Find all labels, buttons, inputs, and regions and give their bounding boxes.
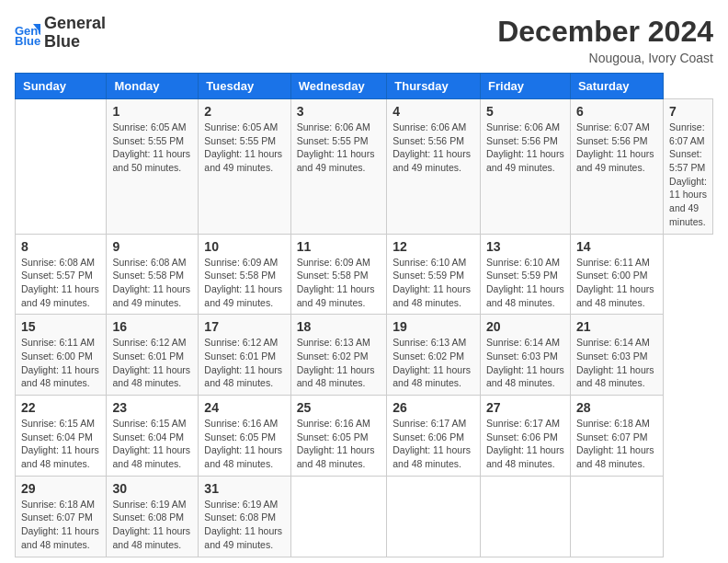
day-number: 22 <box>21 400 100 415</box>
logo-text-line2: Blue <box>44 33 106 52</box>
day-info: Sunrise: 6:16 AM Sunset: 6:05 PM Dayligh… <box>297 417 381 471</box>
header-day-sunday: Sunday <box>16 74 107 99</box>
calendar-cell: 10Sunrise: 6:09 AM Sunset: 5:58 PM Dayli… <box>199 234 290 315</box>
day-number: 30 <box>112 481 192 496</box>
calendar-subtitle: Nougoua, Ivory Coast <box>497 51 713 65</box>
calendar-cell: 3Sunrise: 6:06 AM Sunset: 5:55 PM Daylig… <box>290 99 386 235</box>
calendar-title: December 2024 <box>497 15 713 49</box>
day-info: Sunrise: 6:06 AM Sunset: 5:55 PM Dayligh… <box>297 121 381 175</box>
day-info: Sunrise: 6:09 AM Sunset: 5:58 PM Dayligh… <box>297 256 381 310</box>
day-info: Sunrise: 6:14 AM Sunset: 6:03 PM Dayligh… <box>576 336 657 390</box>
week-row-3: 22Sunrise: 6:15 AM Sunset: 6:04 PM Dayli… <box>16 396 713 477</box>
calendar-cell: 6Sunrise: 6:07 AM Sunset: 5:56 PM Daylig… <box>570 99 663 235</box>
day-info: Sunrise: 6:19 AM Sunset: 6:08 PM Dayligh… <box>112 498 192 552</box>
calendar-cell: 21Sunrise: 6:14 AM Sunset: 6:03 PM Dayli… <box>570 315 663 396</box>
calendar-cell <box>481 476 571 557</box>
day-info: Sunrise: 6:10 AM Sunset: 5:59 PM Dayligh… <box>392 256 474 310</box>
day-info: Sunrise: 6:18 AM Sunset: 6:07 PM Dayligh… <box>576 417 657 471</box>
day-number: 21 <box>576 319 657 334</box>
week-row-2: 15Sunrise: 6:11 AM Sunset: 6:00 PM Dayli… <box>16 315 713 396</box>
calendar-cell: 31Sunrise: 6:19 AM Sunset: 6:08 PM Dayli… <box>199 476 290 557</box>
calendar-cell: 22Sunrise: 6:15 AM Sunset: 6:04 PM Dayli… <box>16 396 107 477</box>
day-number: 5 <box>486 104 564 119</box>
week-row-1: 8Sunrise: 6:08 AM Sunset: 5:57 PM Daylig… <box>16 234 713 315</box>
svg-text:Blue: Blue <box>15 34 40 46</box>
header-day-thursday: Thursday <box>387 74 481 99</box>
day-number: 9 <box>112 239 192 254</box>
day-info: Sunrise: 6:17 AM Sunset: 6:06 PM Dayligh… <box>392 417 474 471</box>
day-info: Sunrise: 6:11 AM Sunset: 6:00 PM Dayligh… <box>576 256 657 310</box>
calendar-cell: 24Sunrise: 6:16 AM Sunset: 6:05 PM Dayli… <box>199 396 290 477</box>
calendar-cell: 25Sunrise: 6:16 AM Sunset: 6:05 PM Dayli… <box>290 396 386 477</box>
day-info: Sunrise: 6:07 AM Sunset: 5:57 PM Dayligh… <box>669 121 707 229</box>
day-number: 7 <box>669 104 707 119</box>
empty-cell <box>16 99 107 235</box>
day-info: Sunrise: 6:08 AM Sunset: 5:57 PM Dayligh… <box>21 256 100 310</box>
day-number: 26 <box>392 400 474 415</box>
calendar-header: SundayMondayTuesdayWednesdayThursdayFrid… <box>16 74 713 99</box>
day-info: Sunrise: 6:15 AM Sunset: 6:04 PM Dayligh… <box>21 417 100 471</box>
day-info: Sunrise: 6:17 AM Sunset: 6:06 PM Dayligh… <box>486 417 564 471</box>
day-info: Sunrise: 6:06 AM Sunset: 5:56 PM Dayligh… <box>486 121 564 175</box>
header-row: SundayMondayTuesdayWednesdayThursdayFrid… <box>16 74 713 99</box>
day-number: 11 <box>297 239 381 254</box>
logo: General Blue General Blue <box>15 15 106 52</box>
calendar-cell <box>387 476 481 557</box>
calendar-cell: 16Sunrise: 6:12 AM Sunset: 6:01 PM Dayli… <box>107 315 199 396</box>
logo-icon: General Blue <box>15 20 40 46</box>
day-info: Sunrise: 6:06 AM Sunset: 5:56 PM Dayligh… <box>392 121 474 175</box>
header-day-tuesday: Tuesday <box>199 74 290 99</box>
day-info: Sunrise: 6:09 AM Sunset: 5:58 PM Dayligh… <box>204 256 284 310</box>
day-number: 14 <box>576 239 657 254</box>
header-day-wednesday: Wednesday <box>290 74 386 99</box>
day-number: 17 <box>204 319 284 334</box>
day-number: 3 <box>297 104 381 119</box>
calendar-cell: 29Sunrise: 6:18 AM Sunset: 6:07 PM Dayli… <box>16 476 107 557</box>
day-number: 2 <box>204 104 284 119</box>
day-number: 27 <box>486 400 564 415</box>
calendar-cell: 8Sunrise: 6:08 AM Sunset: 5:57 PM Daylig… <box>16 234 107 315</box>
day-info: Sunrise: 6:13 AM Sunset: 6:02 PM Dayligh… <box>297 336 381 390</box>
week-row-0: 1Sunrise: 6:05 AM Sunset: 5:55 PM Daylig… <box>16 99 713 235</box>
day-info: Sunrise: 6:11 AM Sunset: 6:00 PM Dayligh… <box>21 336 100 390</box>
calendar-cell: 12Sunrise: 6:10 AM Sunset: 5:59 PM Dayli… <box>387 234 481 315</box>
calendar-cell: 7Sunrise: 6:07 AM Sunset: 5:57 PM Daylig… <box>664 99 713 235</box>
day-info: Sunrise: 6:08 AM Sunset: 5:58 PM Dayligh… <box>112 256 192 310</box>
calendar-cell: 15Sunrise: 6:11 AM Sunset: 6:00 PM Dayli… <box>16 315 107 396</box>
day-info: Sunrise: 6:05 AM Sunset: 5:55 PM Dayligh… <box>112 121 192 175</box>
header-day-friday: Friday <box>481 74 571 99</box>
calendar-cell: 4Sunrise: 6:06 AM Sunset: 5:56 PM Daylig… <box>387 99 481 235</box>
title-area: December 2024 Nougoua, Ivory Coast <box>497 15 713 65</box>
calendar-cell <box>290 476 386 557</box>
day-info: Sunrise: 6:19 AM Sunset: 6:08 PM Dayligh… <box>204 498 284 552</box>
header-day-monday: Monday <box>107 74 199 99</box>
calendar-cell: 1Sunrise: 6:05 AM Sunset: 5:55 PM Daylig… <box>107 99 199 235</box>
calendar-cell: 18Sunrise: 6:13 AM Sunset: 6:02 PM Dayli… <box>290 315 386 396</box>
logo-text-line1: General <box>44 15 106 33</box>
day-info: Sunrise: 6:13 AM Sunset: 6:02 PM Dayligh… <box>392 336 474 390</box>
week-row-4: 29Sunrise: 6:18 AM Sunset: 6:07 PM Dayli… <box>16 476 713 557</box>
day-number: 13 <box>486 239 564 254</box>
day-number: 1 <box>112 104 192 119</box>
calendar-table: SundayMondayTuesdayWednesdayThursdayFrid… <box>15 73 713 557</box>
calendar-cell: 9Sunrise: 6:08 AM Sunset: 5:58 PM Daylig… <box>107 234 199 315</box>
day-number: 24 <box>204 400 284 415</box>
calendar-cell: 27Sunrise: 6:17 AM Sunset: 6:06 PM Dayli… <box>481 396 571 477</box>
calendar-cell: 14Sunrise: 6:11 AM Sunset: 6:00 PM Dayli… <box>570 234 663 315</box>
calendar-cell: 30Sunrise: 6:19 AM Sunset: 6:08 PM Dayli… <box>107 476 199 557</box>
calendar-cell: 28Sunrise: 6:18 AM Sunset: 6:07 PM Dayli… <box>570 396 663 477</box>
calendar-cell: 5Sunrise: 6:06 AM Sunset: 5:56 PM Daylig… <box>481 99 571 235</box>
day-number: 4 <box>392 104 474 119</box>
day-number: 23 <box>112 400 192 415</box>
day-number: 29 <box>21 481 100 496</box>
day-info: Sunrise: 6:05 AM Sunset: 5:55 PM Dayligh… <box>204 121 284 175</box>
day-number: 25 <box>297 400 381 415</box>
day-number: 28 <box>576 400 657 415</box>
day-number: 15 <box>21 319 100 334</box>
day-info: Sunrise: 6:07 AM Sunset: 5:56 PM Dayligh… <box>576 121 657 175</box>
day-number: 10 <box>204 239 284 254</box>
calendar-cell: 20Sunrise: 6:14 AM Sunset: 6:03 PM Dayli… <box>481 315 571 396</box>
day-info: Sunrise: 6:12 AM Sunset: 6:01 PM Dayligh… <box>112 336 192 390</box>
calendar-body: 1Sunrise: 6:05 AM Sunset: 5:55 PM Daylig… <box>16 99 713 557</box>
calendar-cell: 13Sunrise: 6:10 AM Sunset: 5:59 PM Dayli… <box>481 234 571 315</box>
